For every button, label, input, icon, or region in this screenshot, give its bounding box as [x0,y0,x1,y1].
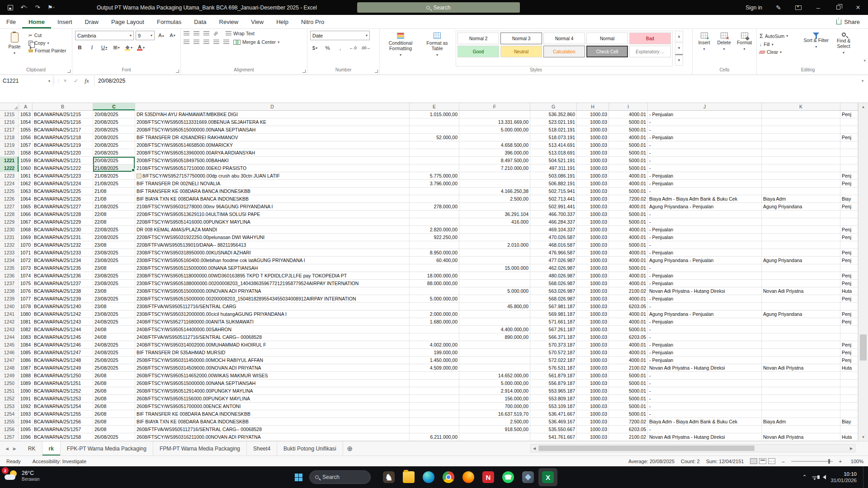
cell[interactable]: 2408/FTSCY/WS950514400000.00SAHRON [135,326,410,333]
cell[interactable] [410,410,459,418]
cell[interactable]: BIF TRANSFER DR 002NELI NOVALIA [135,180,410,188]
cell[interactable]: 518.073.191 [530,134,577,141]
column-header-f[interactable]: F [459,103,530,111]
cell[interactable]: Biay [840,418,858,426]
cell[interactable]: - Penjualan [648,111,762,118]
cell[interactable]: 568.026.987 [530,295,577,303]
cell[interactable] [762,426,840,433]
cell[interactable] [762,111,840,118]
cell[interactable]: 21/08/2025 [93,164,135,172]
cell[interactable] [459,310,530,318]
cell[interactable]: BCA/WARNA/25/1246 [33,341,93,349]
format-cells-button[interactable]: ◆ Format▾ [735,31,754,66]
cell[interactable]: 1075 [19,280,33,287]
start-button[interactable] [293,472,304,483]
style-neutral[interactable]: Neutral [500,46,542,57]
accessibility-status[interactable]: Accessibility: Investigate [33,459,86,464]
shrink-font-button[interactable]: A▾ [168,31,177,40]
cell[interactable]: Penj [840,134,858,141]
cell[interactable]: - Penjualan [648,134,762,141]
horizontal-scroll-thumb[interactable] [538,446,755,451]
page-break-view-button[interactable] [768,458,775,464]
cell[interactable]: 1082 [19,326,33,333]
cell[interactable]: 2608/FTSCY/WS95051156000.00PUNGKY MAYLIN… [135,395,410,403]
cell[interactable]: 5000.01 [609,326,648,333]
cell[interactable]: 566.371.187 [530,333,577,341]
row-header-1223[interactable]: 1223 [0,172,19,180]
cell[interactable]: 1064 [19,195,33,203]
cell[interactable]: BCA/WARNA/25/1237 [33,280,93,287]
cell[interactable]: - [648,211,762,218]
row-header-1225[interactable]: 1225 [0,188,19,195]
cell[interactable]: 1000.03 [577,403,609,410]
cell[interactable]: 88.000.000,00 [410,280,459,287]
cell[interactable]: Penj [840,341,858,349]
cell[interactable] [762,164,840,172]
row-header-1246[interactable]: 1246 [0,349,19,357]
cell[interactable]: 5000.01 [609,157,648,164]
sheet-tab-rk[interactable]: RK [22,441,42,455]
cell[interactable] [410,303,459,310]
cell[interactable]: 20/08/2025 [93,118,135,126]
cell[interactable]: 4.658.500,00 [459,141,530,149]
cell[interactable]: 2108/FTSCY/WS95031278000.00inv 96AGUNG P… [135,203,410,211]
cell[interactable]: Novan Adi Priyatna - Hutang Direksi [648,433,762,441]
cell[interactable]: - Penjualan [648,226,762,234]
row-header-1236[interactable]: 1236 [0,272,19,280]
cell[interactable] [762,126,840,134]
cell[interactable]: Biaya Adm [762,195,840,203]
fill-color-button[interactable]: ◆▾ [124,43,133,52]
cell[interactable]: 1055 [19,126,33,134]
cell[interactable]: Novan Adi Priyatna [762,433,840,441]
confirm-entry-button[interactable]: ✓ [71,78,81,84]
cell[interactable]: BCA/WARNA/25/1250 [33,372,93,380]
align-top-icon[interactable] [184,31,189,36]
page-layout-view-button[interactable] [759,458,766,464]
cell[interactable]: 416.000 [459,218,530,226]
font-color-button[interactable]: A▾ [136,43,146,52]
cell[interactable]: 1000.03 [577,357,609,364]
cell[interactable] [762,118,840,126]
cell[interactable]: 21/08/2025 [93,180,135,188]
cell[interactable]: 1.680.000,00 [410,318,459,326]
cell[interactable]: Penj [840,203,858,211]
format-as-table-button[interactable]: Format as Table ▾ [421,31,453,66]
cell[interactable]: 1000.03 [577,172,609,180]
cell[interactable]: 1000.03 [577,333,609,341]
name-box[interactable]: C1221 ▾ [0,75,53,87]
cell[interactable]: - Penjualan [648,295,762,303]
horizontal-scrollbar[interactable]: ◀ ▶ [530,444,855,452]
cell[interactable]: 24/08/2025 [93,318,135,326]
cell[interactable] [840,326,858,333]
font-family-select[interactable]: Cambria▾ [75,31,134,40]
cell[interactable] [840,211,858,218]
cell[interactable]: 576.531.187 [530,364,577,372]
cell[interactable]: 1086 [19,357,33,364]
cell[interactable]: - [648,188,762,195]
cell[interactable]: - [648,218,762,226]
number-dialog-launcher[interactable] [375,70,378,73]
formula-input[interactable]: 20/08/2025 [94,75,857,87]
customize-quick-access-button[interactable]: ⚑▾ [45,2,57,13]
cell[interactable]: 4000.01 [609,111,648,118]
cell[interactable]: - Penjualan [648,349,762,357]
cell[interactable] [410,326,459,333]
taskbar-app-whatsapp[interactable]: ☎ [499,468,518,486]
cell[interactable]: 1000.03 [577,203,609,211]
insert-function-button[interactable]: fx [81,77,92,84]
row-header-1219[interactable]: 1219 [0,141,19,149]
cell[interactable]: Penj [840,180,858,188]
cell[interactable]: 2408/FTSCY/WS950314002000.00MUHAMMAD KHO… [135,341,410,349]
taskbar-clock[interactable]: 10:10 31/01/2026 [830,471,857,483]
cell[interactable] [762,264,840,272]
cell[interactable]: - [648,372,762,380]
cell[interactable]: 2308/FTSCY/WS9505115000000.00NANA SEPTIA… [135,264,410,272]
cell[interactable]: BCA/WARNA/25/1229 [33,218,93,226]
cell[interactable]: 52.000,00 [410,134,459,141]
cell[interactable]: 6203.05 [609,426,648,433]
share-button[interactable]: Share [828,15,868,28]
cell[interactable]: Huta [840,364,858,372]
cell[interactable] [410,211,459,218]
cell[interactable]: 1063 [19,188,33,195]
volume-icon[interactable] [823,475,826,479]
